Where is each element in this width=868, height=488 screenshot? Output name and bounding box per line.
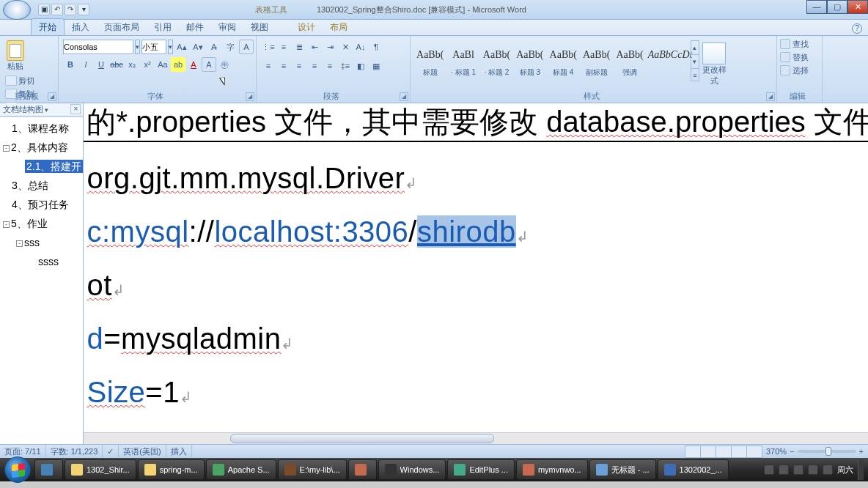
- outline-node[interactable]: -2、具体内容: [3, 138, 83, 157]
- show-marks-button[interactable]: ¶: [369, 40, 383, 54]
- office-button[interactable]: [3, 0, 31, 20]
- indent-inc-button[interactable]: ⇥: [323, 40, 337, 54]
- taskbar-item[interactable]: Apache S...: [206, 459, 276, 480]
- tray-clock[interactable]: 周六: [837, 465, 853, 474]
- style-item[interactable]: AaBb(标题: [414, 40, 446, 81]
- minimize-button[interactable]: —: [806, 0, 827, 14]
- redo-icon[interactable]: ↷: [65, 4, 76, 15]
- tray-icon[interactable]: [793, 465, 803, 475]
- styles-dialog-launcher[interactable]: ◢: [766, 92, 775, 101]
- taskbar-item[interactable]: 1302002_...: [658, 459, 729, 480]
- change-case-button[interactable]: Aa: [155, 57, 170, 72]
- paste-button[interactable]: 粘贴: [3, 37, 28, 73]
- zoom-slider-knob[interactable]: [825, 447, 831, 456]
- tray-volume-icon[interactable]: [823, 465, 833, 475]
- tray-icon[interactable]: [779, 465, 789, 475]
- strike-button[interactable]: abc: [109, 57, 124, 72]
- outline-node[interactable]: ssss: [3, 252, 83, 271]
- view-fullscreen-button[interactable]: [700, 446, 716, 458]
- align-right-button[interactable]: ≡: [292, 59, 306, 73]
- asian-layout-button[interactable]: ✕: [338, 40, 353, 54]
- save-icon[interactable]: ▣: [38, 4, 50, 15]
- tab-home[interactable]: 开始: [31, 18, 65, 35]
- shading-button[interactable]: ◧: [353, 59, 368, 73]
- tab-insert[interactable]: 插入: [65, 19, 97, 35]
- zoom-percent[interactable]: 370%: [766, 447, 787, 456]
- status-proofing-icon[interactable]: ✓: [103, 445, 119, 458]
- view-outline-button[interactable]: [731, 446, 747, 458]
- style-item[interactable]: AaBb(标题 3: [514, 40, 545, 81]
- show-desktop-button[interactable]: [858, 459, 864, 480]
- replace-button[interactable]: 替换: [780, 51, 819, 64]
- outline-node[interactable]: 1、课程名称: [3, 119, 83, 138]
- status-language[interactable]: 英语(美国): [119, 445, 166, 458]
- distribute-button[interactable]: ≡: [323, 59, 337, 73]
- taskbar-item[interactable]: Windows...: [378, 459, 446, 480]
- outline-node[interactable]: 4、预习任务: [3, 195, 83, 214]
- font-color-button[interactable]: A: [186, 57, 201, 72]
- style-item[interactable]: AaBb(标题 4: [548, 40, 579, 81]
- horizontal-scrollbar[interactable]: [84, 432, 868, 444]
- taskbar-item[interactable]: 1302_Shir...: [65, 459, 136, 480]
- underline-button[interactable]: U: [94, 57, 108, 72]
- qat-more-icon[interactable]: ▾: [78, 4, 89, 15]
- status-page[interactable]: 页面: 7/11: [0, 445, 46, 458]
- clipboard-dialog-launcher[interactable]: ◢: [48, 92, 56, 101]
- tab-design[interactable]: 设计: [290, 19, 323, 35]
- tab-references[interactable]: 引用: [147, 19, 179, 35]
- italic-button[interactable]: I: [78, 57, 93, 72]
- undo-icon[interactable]: ↶: [51, 4, 63, 15]
- style-item[interactable]: AaBb(· 标题 2: [481, 40, 512, 81]
- taskbar-item[interactable]: spring-m...: [138, 459, 205, 480]
- paragraph-dialog-launcher[interactable]: ◢: [400, 92, 408, 101]
- bullets-button[interactable]: ⋮≡: [261, 40, 276, 54]
- font-size-input[interactable]: [141, 40, 166, 54]
- tray-icon[interactable]: [764, 465, 774, 475]
- doc-config-line[interactable]: org.gjt.mm.mysql.Driver↲: [84, 154, 868, 207]
- change-styles-button[interactable]: 更改样式: [699, 40, 729, 86]
- zoom-slider[interactable]: [798, 450, 856, 453]
- doc-config-line[interactable]: Size=1↲: [84, 368, 868, 421]
- taskbar-item[interactable]: [34, 459, 63, 480]
- taskbar-item[interactable]: mymvnwo...: [516, 459, 588, 480]
- subscript-button[interactable]: x₂: [125, 57, 139, 72]
- style-item[interactable]: AaBl· 标题 1: [447, 40, 479, 81]
- find-button[interactable]: 查找: [780, 37, 819, 51]
- doc-map-close-icon[interactable]: ×: [70, 104, 81, 114]
- enclose-char-button[interactable]: ㊥: [217, 57, 232, 72]
- outline-node[interactable]: 3、总结: [3, 176, 83, 195]
- justify-button[interactable]: ≡: [307, 59, 322, 73]
- outline-node[interactable]: 2.1、搭建开: [3, 157, 83, 176]
- style-item[interactable]: AaBb(副标题: [581, 40, 612, 81]
- outline-node[interactable]: -sss: [3, 233, 83, 252]
- doc-map-dropdown-icon[interactable]: ▾: [45, 106, 48, 114]
- doc-config-line[interactable]: d=mysqladmin↲: [84, 314, 868, 368]
- align-center-button[interactable]: ≡: [276, 59, 291, 73]
- cut-icon[interactable]: [5, 75, 17, 86]
- status-word-count[interactable]: 字数: 1/1,223: [46, 445, 103, 458]
- doc-config-line[interactable]: c:mysql://localhost:3306/shirodb↲: [84, 207, 868, 261]
- taskbar-item[interactable]: EditPlus ...: [447, 459, 515, 480]
- select-button[interactable]: 选择: [780, 64, 819, 77]
- taskbar-item[interactable]: 无标题 - ...: [589, 459, 656, 480]
- zoom-out-button[interactable]: −: [790, 447, 794, 456]
- zoom-in-button[interactable]: +: [859, 447, 864, 456]
- style-item[interactable]: AaBb(强调: [614, 40, 645, 81]
- start-button[interactable]: [0, 458, 34, 481]
- close-button[interactable]: ✕: [847, 0, 868, 14]
- grow-font-button[interactable]: A▴: [174, 40, 189, 54]
- tab-mailings[interactable]: 邮件: [179, 19, 211, 35]
- multilevel-button[interactable]: ≣: [292, 40, 306, 54]
- font-name-dropdown-icon[interactable]: ▾: [135, 40, 140, 54]
- taskbar-item[interactable]: [348, 459, 377, 480]
- outline-node[interactable]: -5、作业: [3, 214, 83, 233]
- scrollbar-thumb[interactable]: [230, 434, 494, 443]
- view-web-button[interactable]: [716, 446, 732, 458]
- tab-view[interactable]: 视图: [243, 19, 276, 35]
- char-border-button[interactable]: A: [239, 40, 254, 54]
- font-size-dropdown-icon[interactable]: ▾: [168, 40, 173, 54]
- font-dialog-launcher[interactable]: ◢: [246, 92, 254, 101]
- phonetic-button[interactable]: 字: [223, 40, 238, 54]
- view-draft-button[interactable]: [746, 446, 762, 458]
- font-name-input[interactable]: [63, 40, 133, 54]
